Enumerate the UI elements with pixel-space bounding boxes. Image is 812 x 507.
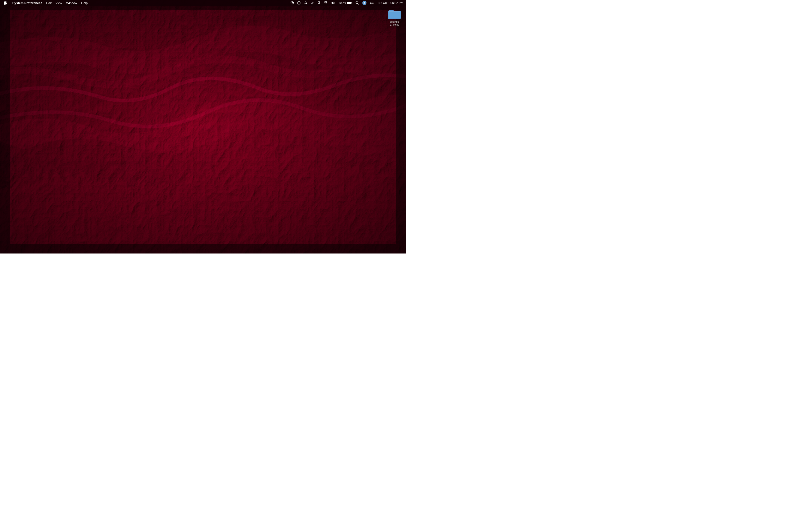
window-menu[interactable]: Window — [64, 0, 79, 6]
datetime-display[interactable]: Tue Oct 18 5:32 PM — [376, 1, 404, 5]
svg-point-18 — [370, 2, 371, 2]
svg-point-17 — [364, 2, 365, 3]
svg-line-15 — [358, 3, 359, 4]
apple-menu[interactable] — [2, 0, 9, 6]
desktop-folder[interactable]: desktop 27 items — [386, 8, 403, 27]
svg-rect-21 — [371, 3, 373, 3]
desktop: System Preferences Edit View Window Help — [0, 0, 406, 253]
info-icon[interactable]: i — [296, 0, 302, 6]
view-menu[interactable]: View — [54, 0, 64, 6]
menubar-right: i — [290, 0, 404, 6]
battery-percent: 100% — [338, 1, 346, 5]
svg-text:i: i — [299, 2, 299, 4]
edit-menu[interactable]: Edit — [44, 0, 53, 6]
list-icon — [370, 1, 374, 4]
battery-status[interactable]: 100% — [337, 0, 353, 6]
svg-rect-19 — [371, 2, 373, 2]
menubar-left: System Preferences Edit View Window Help — [2, 0, 290, 6]
folder-count: 27 items — [390, 23, 399, 26]
folder-name: desktop — [390, 20, 399, 23]
battery-icon — [347, 1, 352, 4]
app-name-menu[interactable]: System Preferences — [10, 0, 44, 6]
folder-icon — [388, 9, 401, 19]
svg-point-20 — [370, 3, 371, 3]
bluetooth-icon[interactable] — [317, 0, 321, 6]
svg-rect-23 — [371, 4, 373, 4]
svg-point-22 — [370, 3, 371, 4]
menubar: System Preferences Edit View Window Help — [0, 0, 406, 6]
wifi-icon[interactable] — [323, 0, 329, 6]
notification-icon[interactable] — [303, 0, 308, 6]
control-center-icon[interactable] — [369, 0, 375, 6]
volume-icon[interactable] — [330, 0, 336, 6]
user-avatar[interactable] — [361, 0, 367, 6]
script-editor-icon[interactable] — [310, 0, 315, 6]
help-menu[interactable]: Help — [79, 0, 90, 6]
screen-recording-icon[interactable] — [290, 0, 295, 6]
apple-icon — [4, 1, 7, 5]
svg-rect-12 — [351, 2, 352, 4]
wallpaper — [0, 0, 406, 253]
svg-rect-5 — [0, 0, 406, 253]
svg-rect-26 — [389, 12, 400, 18]
search-button[interactable] — [355, 0, 360, 6]
svg-point-8 — [292, 2, 293, 4]
avatar-icon — [362, 1, 367, 5]
